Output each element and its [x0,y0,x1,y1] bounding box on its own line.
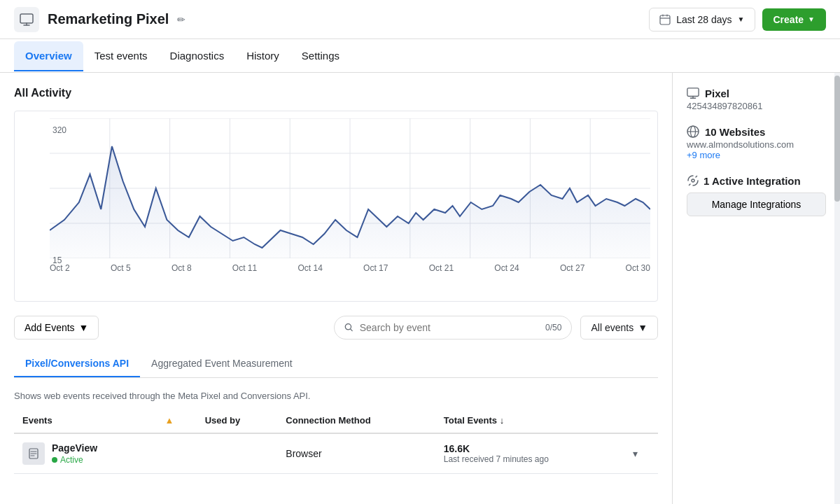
sub-tabs: Pixel/Conversions API Aggregated Event M… [14,351,658,378]
tab-test-events[interactable]: Test events [83,41,159,71]
sidebar-pixel-label: Pixel [705,88,729,99]
tab-settings[interactable]: Settings [290,41,351,71]
monitor-icon [14,7,39,32]
chart-inner: 320 15 [15,111,657,301]
left-panel: All Activity 320 15 [0,73,672,504]
x-axis-labels: Oct 2 Oct 5 Oct 8 Oct 11 Oct 14 Oct 17 O… [50,263,650,273]
svg-rect-19 [687,88,699,97]
col-warning: ▲ [156,408,196,433]
right-panel: Pixel 425434897820861 10 Websites www.al… [672,73,840,504]
integration-icon [687,174,699,187]
header: Remarketing Pixel ✏ Last 28 days ▼ Creat… [0,0,840,39]
svg-point-22 [692,179,694,182]
warning-icon: ▲ [164,415,174,426]
event-connection-cell: Browser [277,433,435,474]
col-connection: Connection Method [277,408,435,433]
event-name: PageView [52,442,97,454]
edit-icon[interactable]: ✏ [177,14,186,25]
events-toolbar: Add Events ▼ 0/50 All events ▼ [14,316,658,340]
header-right: Last 28 days ▼ Create ▼ [649,8,826,31]
date-picker-button[interactable]: Last 28 days ▼ [649,8,755,31]
y-axis-labels: 320 15 [52,125,66,265]
y-min: 15 [52,255,66,265]
event-status: Active [52,455,97,465]
svg-rect-0 [20,14,33,23]
events-desc: Shows web events received through the Me… [14,384,658,408]
date-range-label: Last 28 days [676,14,732,25]
globe-icon [687,125,699,138]
filter-chevron-icon: ▼ [638,322,648,333]
events-table: Events ▲ Used by Connection Method Total… [14,408,658,474]
create-label: Create [774,14,804,25]
tab-overview[interactable]: Overview [14,41,83,71]
scrollbar-track [834,73,840,504]
status-dot [52,457,57,463]
sub-tab-aggregated[interactable]: Aggregated Event Measurement [140,351,304,377]
expand-icon[interactable]: ▾ [633,448,638,459]
integration-label: 1 Active Integration [687,174,826,187]
events-section: Add Events ▼ 0/50 All events ▼ Pixel/Con… [14,316,658,474]
tab-diagnostics[interactable]: Diagnostics [159,41,236,71]
add-events-button[interactable]: Add Events ▼ [14,316,99,340]
add-events-chevron-icon: ▼ [79,322,89,333]
filter-label: All events [591,322,634,333]
sidebar-more-link[interactable]: +9 more [687,150,826,160]
chart-svg [50,118,650,258]
table-row: PageView Active Browser [14,433,658,474]
filter-dropdown[interactable]: All events ▼ [580,316,658,340]
svg-rect-1 [660,15,670,24]
tab-history[interactable]: History [235,41,290,71]
y-max: 320 [52,125,66,135]
search-count: 0/50 [545,323,561,332]
col-events: Events [14,408,156,433]
page-icon [22,442,45,465]
header-left: Remarketing Pixel ✏ [14,7,186,32]
search-box: 0/50 [334,316,572,340]
chart-section: All Activity 320 15 [14,87,658,302]
last-received: Last received 7 minutes ago [444,454,616,464]
integration-info: 1 Active Integration Manage Integrations [687,174,826,216]
sub-tab-pixel[interactable]: Pixel/Conversions API [14,351,140,377]
sidebar-website-url: www.almondsolutions.com [687,139,826,150]
main-content: All Activity 320 15 [0,73,840,504]
create-button[interactable]: Create ▼ [762,8,827,31]
event-expand-cell[interactable]: ▾ [624,433,658,474]
pixel-info: Pixel 425434897820861 [687,87,826,111]
col-used-by: Used by [197,408,278,433]
date-chevron-icon: ▼ [738,15,745,23]
websites-info: 10 Websites www.almondsolutions.com +9 m… [687,125,826,160]
event-name-cell: PageView Active [14,433,156,474]
nav-tabs: Overview Test events Diagnostics History… [0,39,840,73]
page-title: Remarketing Pixel [48,11,169,27]
create-chevron-icon: ▼ [808,15,815,23]
event-warning-cell [156,433,196,474]
col-total: Total Events ↓ [435,408,624,433]
sidebar-monitor-icon [687,87,699,99]
manage-integrations-button[interactable]: Manage Integrations [687,192,826,216]
chart-area: 320 15 [14,111,658,302]
search-input[interactable] [360,322,540,333]
total-events: 16.6K [444,443,616,454]
event-total-cell: 16.6K Last received 7 minutes ago [435,433,624,474]
sidebar-pixel-id: 425434897820861 [687,101,826,111]
event-used-by-cell [197,433,278,474]
scrollbar-thumb[interactable] [834,76,840,202]
sidebar-websites-label: 10 Websites [705,126,765,138]
add-events-label: Add Events [24,322,75,333]
search-icon [344,322,354,333]
chart-title: All Activity [14,87,658,99]
